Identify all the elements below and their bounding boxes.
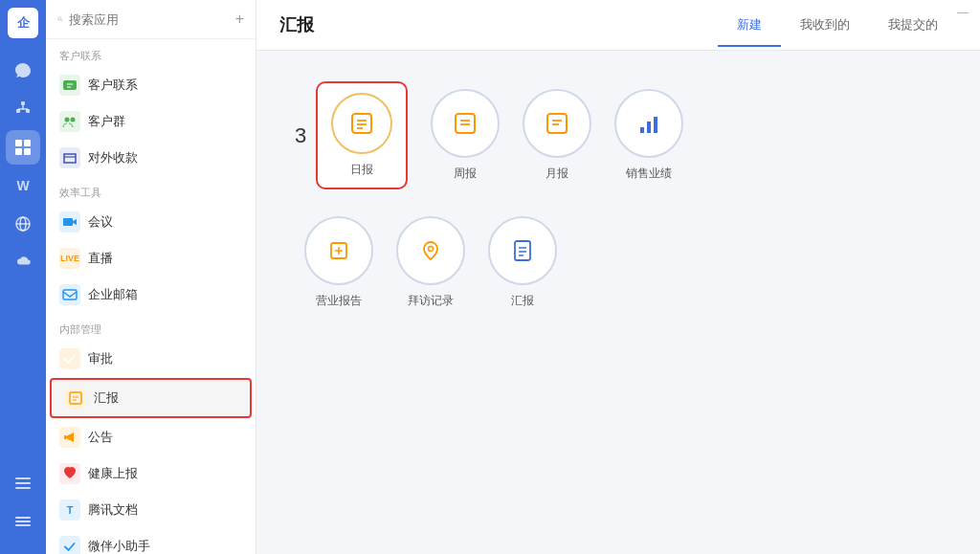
- sidebar-item-customer-group[interactable]: 客户群: [46, 103, 256, 140]
- nav-doc-icon[interactable]: W: [6, 168, 40, 203]
- sidebar-item-email[interactable]: 企业邮箱: [46, 277, 256, 313]
- announcement-icon: [59, 427, 80, 448]
- svg-rect-17: [15, 521, 31, 522]
- svg-line-20: [61, 20, 62, 21]
- sales-label: 销售业绩: [626, 166, 672, 182]
- svg-rect-14: [15, 482, 31, 484]
- monthly-report-card[interactable]: 月报: [523, 89, 591, 182]
- monthly-label: 月报: [546, 166, 568, 182]
- daily-count-annotation: 3: [295, 123, 306, 148]
- minimize-icon[interactable]: —: [957, 6, 969, 19]
- daily-report-card[interactable]: 日报: [331, 93, 392, 178]
- daily-label: 日报: [350, 162, 373, 178]
- svg-rect-39: [654, 117, 657, 133]
- avatar[interactable]: 企: [8, 8, 38, 38]
- svg-rect-8: [15, 148, 22, 155]
- add-app-button[interactable]: +: [235, 10, 244, 29]
- nav-table-icon[interactable]: [6, 466, 40, 500]
- page-title: 汇报: [279, 13, 718, 50]
- email-icon: [59, 284, 80, 305]
- weekly-icon-circle: [431, 89, 500, 158]
- sidebar-item-report[interactable]: 汇报 2: [50, 378, 252, 418]
- visit-icon-circle: [396, 216, 465, 285]
- svg-rect-34: [547, 114, 567, 133]
- svg-rect-9: [24, 148, 31, 155]
- nav-grid-icon[interactable]: [6, 130, 40, 165]
- sidebar-item-tencent-doc[interactable]: T 腾讯文档: [46, 492, 256, 528]
- search-bar: +: [46, 0, 256, 39]
- business-label: 营业报告: [316, 293, 362, 309]
- svg-rect-15: [15, 487, 31, 489]
- sidebar-item-customer-contact[interactable]: 客户联系: [46, 67, 256, 103]
- huibao-icon-circle: [488, 216, 557, 285]
- search-icon: [57, 12, 63, 26]
- nav-bottom: [6, 466, 40, 554]
- visit-label: 拜访记录: [408, 293, 454, 309]
- live-label: 直播: [88, 250, 113, 267]
- sales-report-card[interactable]: 销售业绩: [614, 89, 683, 182]
- sales-icon-circle: [614, 89, 683, 158]
- tab-submitted[interactable]: 我提交的: [869, 16, 957, 47]
- main-header: 汇报 新建 我收到的 我提交的: [256, 0, 980, 51]
- section-label-internal: 内部管理: [46, 313, 256, 341]
- tabs: 新建 我收到的 我提交的: [718, 16, 957, 47]
- monthly-icon-circle: [523, 89, 591, 158]
- nav-sphere-icon[interactable]: [6, 207, 40, 241]
- report-icon: [65, 388, 86, 409]
- sidebar-item-collect-payment[interactable]: 对外收款: [46, 140, 256, 176]
- sidebar-item-live[interactable]: LIVE 直播: [46, 240, 256, 277]
- svg-rect-27: [352, 114, 371, 133]
- tab-received[interactable]: 我收到的: [781, 16, 869, 47]
- svg-rect-7: [24, 140, 31, 146]
- health-icon: [59, 463, 80, 484]
- meeting-icon: [59, 211, 80, 233]
- svg-rect-37: [640, 127, 644, 133]
- svg-point-23: [71, 118, 76, 122]
- report-label: 汇报: [94, 389, 119, 407]
- huibao-report-card[interactable]: 汇报: [488, 216, 557, 309]
- customer-contact-label: 客户联系: [88, 77, 138, 94]
- collect-payment-icon: [59, 147, 80, 168]
- nav-cloud-icon[interactable]: [6, 245, 40, 279]
- section-label-customer: 客户联系: [46, 39, 256, 67]
- svg-rect-13: [15, 477, 31, 479]
- tencent-doc-icon: T: [59, 499, 80, 521]
- huibao-label: 汇报: [511, 293, 534, 309]
- svg-rect-31: [456, 114, 475, 133]
- sidebar-item-approve[interactable]: 审批: [46, 341, 256, 377]
- business-report-card[interactable]: 营业报告: [304, 216, 373, 309]
- search-input[interactable]: [69, 12, 230, 27]
- nav-chat-icon[interactable]: [6, 54, 40, 88]
- daily-report-group: 3 日报: [295, 81, 408, 189]
- avatar-text: 企: [17, 14, 30, 32]
- email-label: 企业邮箱: [88, 286, 138, 303]
- sidebar-item-announcement[interactable]: 公告: [46, 419, 256, 455]
- nav-org-icon[interactable]: [6, 92, 40, 126]
- svg-rect-25: [63, 290, 77, 299]
- wecom-assistant-label: 微伴小助手: [88, 538, 150, 554]
- nav-bar: 企 W: [0, 0, 46, 554]
- announcement-label: 公告: [88, 429, 113, 446]
- customer-group-label: 客户群: [88, 113, 125, 130]
- approve-label: 审批: [88, 350, 113, 367]
- wecom-assistant-icon: [59, 536, 80, 554]
- main-body: 3 日报 周报: [256, 51, 980, 554]
- svg-rect-26: [70, 392, 81, 404]
- sidebar-item-wecom-assistant[interactable]: 微伴小助手: [46, 528, 256, 554]
- tab-new[interactable]: 新建: [718, 16, 781, 47]
- visit-report-card[interactable]: 拜访记录: [396, 216, 465, 309]
- sidebar-item-health[interactable]: 健康上报: [46, 455, 256, 492]
- meeting-label: 会议: [88, 213, 113, 231]
- customer-contact-icon: [59, 75, 80, 96]
- business-icon-circle: [304, 216, 373, 285]
- approve-icon: [59, 348, 80, 369]
- main-content: — 汇报 新建 我收到的 我提交的 3: [256, 0, 980, 554]
- svg-rect-6: [15, 140, 22, 146]
- nav-menu-icon[interactable]: [6, 504, 40, 539]
- svg-rect-0: [21, 101, 25, 105]
- live-icon: LIVE: [59, 248, 80, 269]
- weekly-report-card[interactable]: 周报: [431, 89, 500, 182]
- sidebar-item-meeting[interactable]: 会议: [46, 204, 256, 240]
- svg-rect-16: [15, 517, 31, 519]
- weekly-label: 周报: [454, 166, 477, 182]
